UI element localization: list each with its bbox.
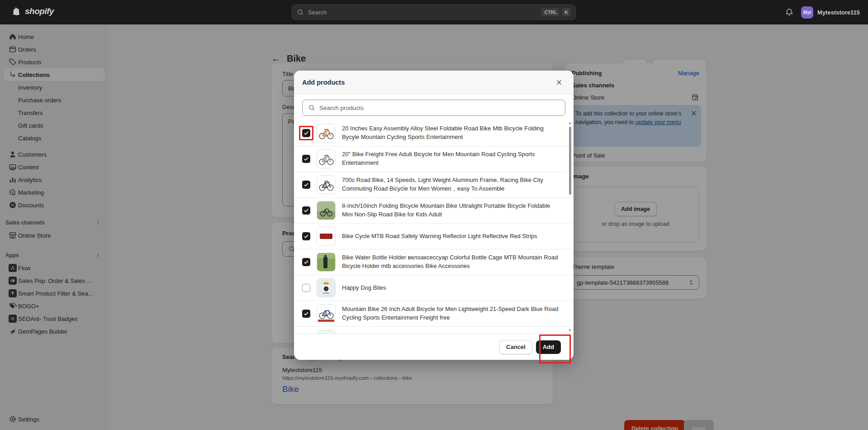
product-thumbnail [317, 227, 336, 246]
search-icon [297, 9, 304, 16]
product-thumbnail [317, 124, 336, 143]
product-checkbox[interactable] [302, 181, 310, 189]
modal-title: Add products [302, 79, 553, 86]
kbd-ctrl: CTRL [541, 8, 560, 16]
notifications-bell-icon[interactable] [785, 8, 794, 17]
product-row[interactable]: 8-Inch/10inch Folding Bicycle Mountain B… [294, 198, 574, 224]
shopify-bag-icon [12, 6, 22, 16]
global-search-placeholder: Search [308, 9, 539, 16]
product-title: 700c Road Bike, 14 Speeds, Light Weight … [342, 176, 562, 193]
scroll-up-icon[interactable]: ▲ [568, 121, 572, 124]
product-list: 20 Inches Easy Assembly Alloy Steel Fold… [294, 120, 574, 334]
product-row[interactable]: 20" Bike Freight Free Adult Bicycle for … [294, 146, 574, 172]
account-menu[interactable]: Myt Myteststore115 [801, 6, 860, 19]
modal-search-input[interactable]: Search products [302, 100, 565, 116]
top-bar: shopify Search CTRL K Myt Myteststore115 [0, 0, 868, 24]
scroll-down-icon[interactable]: ▼ [568, 329, 572, 332]
product-thumbnail [317, 175, 336, 194]
product-title: Happy Dog Bites [342, 284, 386, 292]
shopify-logo: shopify [12, 6, 54, 16]
product-row[interactable]: 20 Inches Easy Assembly Alloy Steel Fold… [294, 120, 574, 146]
scrollbar[interactable]: ▲ ▼ [568, 121, 572, 332]
product-row[interactable]: 700c Road Bike, 14 Speeds, Light Weight … [294, 172, 574, 198]
product-thumbnail [317, 304, 336, 323]
product-checkbox[interactable] [302, 206, 310, 215]
modal-header: Add products [294, 71, 574, 94]
product-thumbnail [317, 253, 336, 272]
product-thumbnail [317, 201, 336, 220]
product-title: Bike Water Bottle Holder велоаксессуар C… [342, 253, 562, 271]
modal-footer: Cancel Add [294, 334, 574, 360]
product-row[interactable]: Bike Water Bottle Holder велоаксессуар C… [294, 249, 574, 275]
product-checkbox[interactable] [302, 284, 310, 292]
product-title: 8-Inch/10inch Folding Bicycle Mountain B… [342, 202, 562, 219]
product-thumbnail [317, 149, 336, 168]
product-thumbnail [317, 278, 336, 297]
product-title: Bike Cycle MTB Road Safety Warning Refle… [342, 232, 537, 241]
global-search-input[interactable]: Search CTRL K [292, 5, 576, 20]
avatar: Myt [801, 6, 813, 19]
product-checkbox[interactable] [302, 232, 310, 240]
product-checkbox[interactable] [302, 258, 310, 266]
shopify-logo-text: shopify [25, 6, 54, 16]
product-checkbox[interactable] [302, 310, 310, 318]
product-title: Mountain Bike 26 Inch Adult Bicycle for … [342, 305, 562, 322]
product-row[interactable]: Bike Cycle MTB Road Safety Warning Refle… [294, 224, 574, 249]
add-products-modal: Add products Search products 20 Inches E… [294, 71, 574, 360]
product-row[interactable]: New2024 GRAVEL V3 SRAM RIVAL 22S High Mo… [294, 327, 574, 334]
scrollbar-thumb[interactable] [569, 127, 571, 195]
kbd-k: K [562, 8, 571, 16]
product-row[interactable]: Mountain Bike 26 Inch Adult Bicycle for … [294, 301, 574, 327]
add-button[interactable]: Add [536, 340, 561, 354]
search-icon [308, 104, 316, 112]
product-title: 20 Inches Easy Assembly Alloy Steel Fold… [342, 124, 562, 142]
product-title: 20" Bike Freight Free Adult Bicycle for … [342, 150, 562, 167]
product-thumbnail [317, 330, 336, 334]
close-icon[interactable] [553, 76, 565, 89]
cancel-button[interactable]: Cancel [499, 340, 532, 354]
product-checkbox[interactable] [302, 155, 310, 163]
product-row[interactable]: Happy Dog Bites [294, 275, 574, 301]
product-checkbox[interactable] [302, 129, 310, 137]
store-name: Myteststore115 [817, 9, 860, 16]
